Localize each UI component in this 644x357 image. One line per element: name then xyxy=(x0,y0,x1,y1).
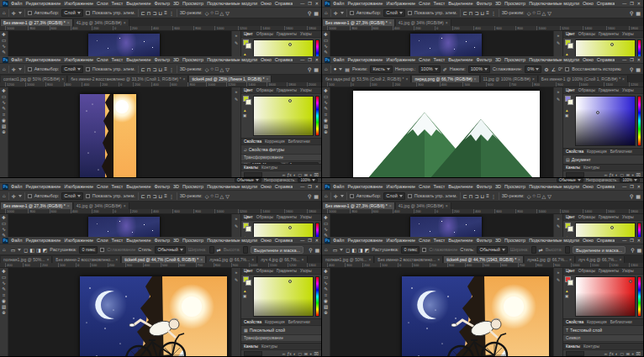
tool-icon[interactable]: ✚ xyxy=(2,32,6,37)
document-tab[interactable]: contact1.jpg @ 50% (RGB/8#)× xyxy=(1,76,67,82)
menu-item[interactable]: 3D xyxy=(495,238,501,243)
menu-item[interactable]: Справка xyxy=(275,57,293,62)
search-icon[interactable]: ⚲ xyxy=(308,66,311,72)
align-icon[interactable]: ⊓ xyxy=(469,10,473,16)
selection-mode-icon[interactable]: ◨ xyxy=(358,247,363,253)
dropdown-arrow-icon[interactable] xyxy=(18,12,22,14)
mode3d-icon[interactable]: ▽ xyxy=(547,10,552,16)
panel-tab[interactable]: Контуры xyxy=(261,165,277,170)
restore-button[interactable]: ❐ xyxy=(308,238,311,243)
move-tool-icon[interactable]: ✛ xyxy=(12,66,16,72)
panel-tab[interactable]: Цвет xyxy=(566,269,575,273)
workspace-icon[interactable]: ▦ xyxy=(314,193,319,199)
menu-item[interactable]: Текст xyxy=(433,1,445,6)
menu-item[interactable]: Изображение xyxy=(64,184,93,189)
tab-close-icon[interactable]: × xyxy=(368,257,371,262)
menu-item[interactable]: Фильтр xyxy=(476,184,491,189)
menu-item[interactable]: Слои xyxy=(97,238,108,243)
mode3d-icon[interactable]: ◇ xyxy=(205,10,209,16)
selection-mode-icon[interactable]: ◧ xyxy=(351,247,356,253)
menu-item[interactable]: Слои xyxy=(419,57,430,62)
selection-mode-icon[interactable]: ◧ xyxy=(29,247,34,253)
feather-field[interactable]: 0 пикс xyxy=(401,246,420,254)
align-icon[interactable]: ⊔ xyxy=(158,193,162,199)
minimize-button[interactable]: — xyxy=(300,1,304,6)
document-tab[interactable]: 41.jpg @ 34% (RGB/8#)× xyxy=(396,202,451,209)
mode3d-icon[interactable]: ◇ xyxy=(527,10,531,16)
layer-action-icon[interactable]: ▢ xyxy=(620,352,625,356)
color-cursor[interactable] xyxy=(288,43,292,46)
tab-close-icon[interactable]: × xyxy=(251,257,254,262)
tool-icon[interactable]: ▨ xyxy=(324,123,328,129)
selection-mode-icon[interactable]: ◩ xyxy=(43,247,48,253)
move-tool-icon[interactable]: ✛ xyxy=(12,10,16,16)
canvas-area[interactable] xyxy=(8,87,231,177)
canvas-area[interactable] xyxy=(330,31,553,56)
select-and-mask-button[interactable]: Выделение и маска... xyxy=(251,246,304,254)
minimize-button[interactable]: — xyxy=(622,184,626,189)
document-tab[interactable]: луч 4.jpg @ 66,7%...× xyxy=(258,256,307,263)
opacity-select[interactable]: 100% xyxy=(419,66,441,73)
minimize-button[interactable]: — xyxy=(300,57,304,62)
blend-mode-select[interactable] xyxy=(244,172,262,177)
panel-tab[interactable]: Коррекция xyxy=(587,150,607,154)
tool-icon[interactable]: ✚ xyxy=(324,88,328,93)
menu-item[interactable]: Окно xyxy=(583,184,594,189)
tool-icon[interactable]: ◉ xyxy=(324,118,328,123)
document-tab[interactable]: Без имени-2 восстановлено...× xyxy=(53,256,121,263)
align-icon[interactable]: ⊔ xyxy=(480,193,484,199)
pressure-opacity-icon[interactable]: ✐ xyxy=(443,66,447,72)
collapse-dock-icon[interactable]: » xyxy=(235,33,238,38)
tool-icon[interactable]: ▨ xyxy=(324,304,328,309)
workspace-icon[interactable]: ▦ xyxy=(315,247,320,253)
panel-tab[interactable]: Градиенты xyxy=(599,269,619,273)
tab-close-icon[interactable]: × xyxy=(532,76,535,81)
tool-icon[interactable]: ✚ xyxy=(2,215,6,220)
mode3d-icon[interactable]: ○ xyxy=(210,66,214,72)
tab-close-icon[interactable]: × xyxy=(406,76,409,81)
blend-mode-select[interactable] xyxy=(244,351,262,356)
hue-slider[interactable] xyxy=(637,223,641,237)
menu-item[interactable]: Фильтр xyxy=(476,57,491,62)
menu-item[interactable]: Фильтр xyxy=(154,238,169,243)
close-button[interactable]: ✕ xyxy=(637,184,641,189)
menu-item[interactable]: Текст xyxy=(111,57,123,62)
panel-tab[interactable]: Коррекция xyxy=(587,320,607,324)
canvas-area[interactable]: 1943 xyxy=(330,268,553,356)
layer-action-icon[interactable]: ƒx xyxy=(288,352,292,356)
mode3d-icon[interactable]: ▽ xyxy=(225,66,230,72)
background-color-swatch[interactable] xyxy=(245,280,251,286)
panel-tab[interactable]: Образцы xyxy=(578,269,595,273)
menu-item[interactable]: Файл xyxy=(333,57,345,62)
layer-action-icon[interactable]: ⌧ xyxy=(314,352,319,356)
menu-item[interactable]: Справка xyxy=(597,238,615,243)
menu-item[interactable]: Редактирование xyxy=(26,1,61,6)
brush-panel-toggle-icon[interactable]: ▤ xyxy=(345,66,350,72)
minimize-button[interactable]: — xyxy=(622,57,626,62)
menu-item[interactable]: Просмотр xyxy=(182,1,203,6)
align-icon[interactable]: ⋮ xyxy=(169,10,174,16)
mode3d-icon[interactable]: ○ xyxy=(210,193,214,199)
menu-item[interactable]: Фильтр xyxy=(154,1,169,6)
layer-action-icon[interactable]: ∞ xyxy=(604,352,607,356)
canvas-area[interactable] xyxy=(330,214,553,237)
close-button[interactable]: ✕ xyxy=(315,1,319,6)
tab-close-icon[interactable]: × xyxy=(474,76,477,81)
menu-item[interactable]: Справка xyxy=(275,238,293,243)
tool-icon[interactable]: ✎ xyxy=(2,106,6,111)
workspace-icon[interactable]: ▦ xyxy=(636,193,641,199)
flow-select[interactable]: 100% xyxy=(468,66,490,73)
menu-item[interactable]: Просмотр xyxy=(182,238,203,243)
tool-icon[interactable]: ▭ xyxy=(2,94,6,99)
menu-item[interactable]: 3D xyxy=(495,1,501,6)
panel-tab[interactable]: Цвет xyxy=(244,88,253,92)
mode3d-icon[interactable]: ○ xyxy=(532,193,536,199)
panel-tab[interactable]: Коррекция xyxy=(265,139,285,144)
search-icon[interactable]: ⚲ xyxy=(308,10,311,16)
tool-icon[interactable]: ▨ xyxy=(2,123,6,129)
panel-tab[interactable]: Градиенты xyxy=(599,32,619,36)
marquee-tool-icon[interactable]: ▭ xyxy=(11,247,16,253)
align-icon[interactable]: ⊐ xyxy=(474,193,478,199)
restore-button[interactable]: ❐ xyxy=(630,238,633,243)
panel-tab[interactable]: Библиотеки xyxy=(610,320,632,324)
